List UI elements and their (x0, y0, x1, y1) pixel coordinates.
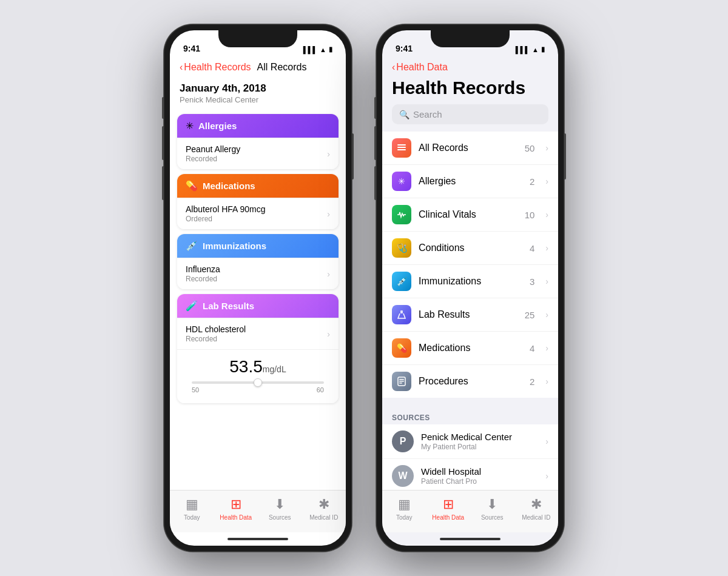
side-button-vol-up-2 (374, 126, 376, 160)
scroll-area-2[interactable]: Health Records 🔍 Search A (382, 75, 558, 490)
clinical-vitals-row[interactable]: Clinical Vitals 10 › (382, 198, 558, 232)
tab-health-data-2[interactable]: ⊞ Health Data (426, 497, 471, 521)
all-records-row[interactable]: All Records 50 › (382, 132, 558, 165)
widell-avatar: W (392, 465, 414, 487)
lab-results-list-row[interactable]: Lab Results 25 › (382, 298, 558, 332)
scroll-area-1[interactable]: January 4th, 2018 Penick Medical Center … (170, 75, 346, 490)
conditions-list-label: Conditions (419, 243, 522, 253)
nav-bar-2: ‹ Health Data (382, 57, 558, 75)
today-label-1: Today (184, 514, 200, 521)
home-indicator-1 (170, 532, 346, 546)
procedures-count: 2 (530, 377, 534, 387)
tab-sources-1[interactable]: ⬇ Sources (258, 497, 302, 521)
lab-min: 50 (192, 386, 199, 393)
immunizations-icon: 💉 (186, 240, 198, 252)
today-icon-2: ▦ (398, 497, 411, 512)
allergies-section: ✳ Allergies Peanut Allergy Recorded › (177, 114, 339, 169)
chevron-right-lab: › (545, 310, 548, 320)
chevron-right-widell: › (545, 471, 548, 481)
svg-rect-1 (397, 147, 406, 148)
chevron-left-icon: ‹ (180, 62, 183, 73)
medical-id-label-1: Medical ID (309, 514, 338, 521)
side-button-vol-down (162, 166, 164, 200)
sources-icon-2: ⬇ (487, 497, 497, 512)
side-button-mute (162, 97, 164, 119)
all-records-count: 50 (525, 143, 535, 153)
tab-medical-id-2[interactable]: ✱ Medical ID (514, 497, 559, 521)
signal-icon: ▌▌▌ (303, 46, 317, 53)
chevron-right-conditions: › (545, 243, 548, 253)
medications-list-label: Medications (419, 343, 522, 353)
tab-sources-2[interactable]: ⬇ Sources (470, 497, 514, 521)
nav-title-1: All Records (257, 62, 307, 73)
phone-1: 9:41 ▌▌▌ ▲ ▮ ‹ Health Records All Record… (164, 24, 352, 552)
back-button-2[interactable]: ‹ Health Data (392, 62, 448, 73)
influenza-row[interactable]: Influenza Recorded › (177, 258, 339, 289)
chevron-right-meds: › (545, 343, 548, 353)
tab-health-data-1[interactable]: ⊞ Health Data (214, 497, 258, 521)
hdl-name: HDL cholesterol (186, 324, 246, 334)
chevron-right-icon-4: › (327, 329, 330, 339)
today-icon-1: ▦ (186, 497, 198, 512)
conditions-row[interactable]: 🩺 Conditions 4 › (382, 232, 558, 265)
wifi-icon: ▲ (320, 46, 326, 53)
search-bar[interactable]: 🔍 Search (392, 104, 548, 124)
widell-source-row[interactable]: W Widell Hospital Patient Chart Pro › (382, 459, 558, 490)
tab-today-1[interactable]: ▦ Today (170, 497, 214, 521)
side-button-power-2 (564, 133, 566, 179)
wifi-icon-2: ▲ (532, 46, 539, 53)
immunizations-list-row[interactable]: 💉 Immunizations 3 › (382, 265, 558, 298)
home-bar-2 (440, 538, 500, 540)
back-button-1[interactable]: ‹ Health Records (180, 62, 251, 73)
back-label-1: Health Records (184, 62, 251, 73)
chevron-right-penick: › (545, 437, 548, 446)
notch (218, 30, 297, 47)
albuterol-name: Albuterol HFA 90mcg (186, 204, 266, 214)
lab-results-section: 🧪 Lab Results HDL cholesterol Recorded ›… (177, 294, 339, 403)
penick-source-row[interactable]: P Penick Medical Center My Patient Porta… (382, 424, 558, 459)
immunizations-header: 💉 Immunizations (177, 234, 339, 258)
phone-2: 9:41 ▌▌▌ ▲ ▮ ‹ Health Data Health Record… (376, 24, 564, 552)
allergies-list-label: Allergies (419, 176, 522, 187)
vitals-list-icon (392, 205, 411, 224)
status-time-1: 9:41 (183, 44, 200, 53)
procedures-list-icon (392, 372, 411, 391)
sources-label-1: Sources (269, 514, 291, 521)
tab-today-2[interactable]: ▦ Today (382, 497, 426, 521)
albuterol-row[interactable]: Albuterol HFA 90mcg Ordered › (177, 198, 339, 229)
all-records-icon (392, 138, 411, 158)
hdl-row[interactable]: HDL cholesterol Recorded › (177, 318, 339, 349)
penick-avatar: P (392, 430, 414, 452)
medications-list-icon: 💊 (392, 338, 411, 358)
tab-medical-id-1[interactable]: ✱ Medical ID (302, 497, 346, 521)
tab-bar-1: ▦ Today ⊞ Health Data ⬇ Sources ✱ Medica… (170, 490, 346, 532)
nav-bar-1: ‹ Health Records All Records (170, 57, 346, 75)
home-bar-1 (228, 538, 288, 540)
date-subtitle: Penick Medical Center (180, 95, 336, 104)
vitals-count: 10 (525, 210, 535, 220)
allergies-row[interactable]: ✳ Allergies 2 › (382, 165, 558, 198)
health-data-icon-1: ⊞ (231, 497, 241, 512)
svg-rect-6 (399, 381, 404, 382)
immunizations-label: Immunizations (203, 241, 266, 251)
svg-rect-5 (399, 379, 404, 380)
svg-rect-0 (397, 144, 406, 146)
procedures-list-row[interactable]: Procedures 2 › (382, 365, 558, 398)
medications-list-row[interactable]: 💊 Medications 4 › (382, 332, 558, 365)
chevron-right-immunizations: › (545, 276, 548, 286)
medications-icon: 💊 (186, 180, 198, 192)
health-data-label-2: Health Data (432, 514, 464, 521)
lab-value-container: 53.5mg/dL 50 60 (177, 349, 339, 403)
records-list: All Records 50 › ✳ Allergies 2 › (382, 132, 558, 398)
chevron-left-icon-2: ‹ (392, 62, 395, 73)
peanut-allergy-name: Peanut Allergy (186, 144, 240, 154)
chevron-right-all: › (545, 143, 548, 153)
hdl-status: Recorded (186, 335, 246, 343)
status-icons-1: ▌▌▌ ▲ ▮ (303, 45, 332, 53)
battery-icon: ▮ (329, 45, 332, 53)
peanut-allergy-row[interactable]: Peanut Allergy Recorded › (177, 138, 339, 169)
chevron-right-procedures: › (545, 377, 548, 386)
influenza-status: Recorded (186, 275, 220, 283)
peanut-allergy-status: Recorded (186, 155, 240, 163)
lab-slider: 50 60 (187, 381, 329, 393)
